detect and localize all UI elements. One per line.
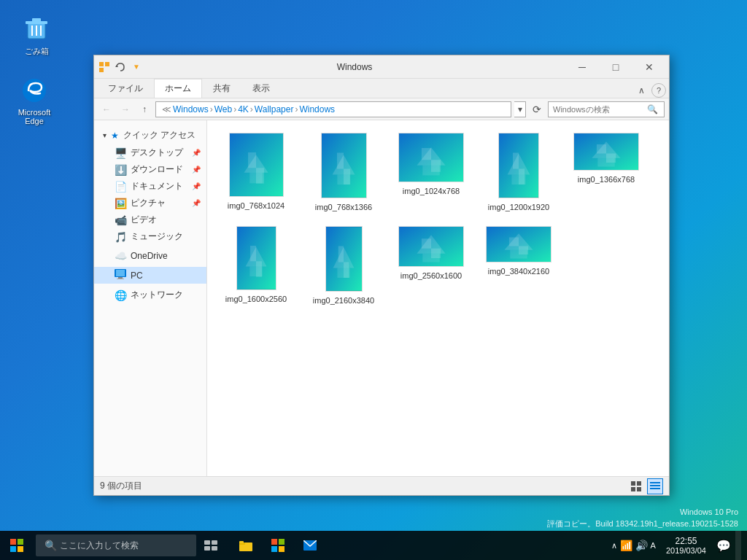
pin-to-quick-access-icon[interactable]: ▼ (129, 60, 144, 74)
speaker-tray-icon[interactable]: 🔊 (635, 540, 648, 551)
details-view-button[interactable] (647, 478, 663, 494)
show-desktop-button[interactable] (735, 531, 741, 560)
path-web[interactable]: Web (214, 104, 232, 114)
taskbar-app-icons (231, 531, 325, 560)
help-button[interactable]: ? (651, 83, 666, 98)
taskbar-tray: ∧ 📶 🔊 A 22:55 2019/03/04 💬 (611, 531, 747, 560)
svg-rect-51 (271, 539, 277, 545)
file-item-7[interactable]: img0_2160x3840 (303, 222, 384, 308)
svg-rect-32 (510, 250, 527, 259)
path-windows[interactable]: Windows (173, 104, 209, 114)
svg-rect-15 (230, 133, 283, 196)
file-label-3: img0_1024x768 (403, 187, 460, 195)
file-thumbnail-3 (398, 133, 464, 182)
sidebar-item-desktop[interactable]: 🖥️ デスクトップ 📌 (94, 144, 206, 161)
svg-rect-17 (322, 133, 366, 197)
file-item-2[interactable]: img0_768x1366 (303, 129, 384, 215)
file-thumbnail-6 (236, 226, 276, 290)
maximize-button[interactable]: □ (599, 55, 632, 79)
file-item-8[interactable]: img0_2560x1600 (391, 222, 471, 308)
svg-rect-12 (116, 270, 125, 276)
tab-share[interactable]: 共有 (202, 79, 241, 98)
taskbar-search[interactable]: 🔍 ここに入力して検索 (36, 534, 196, 556)
tab-file[interactable]: ファイル (97, 79, 154, 98)
explorer-window: ▼ Windows ─ □ ✕ ファイル ホーム 共有 表示 ∧ ? ← → ↑ (93, 55, 670, 496)
svg-rect-14 (117, 279, 124, 279)
file-label-2: img0_768x1366 (315, 203, 372, 211)
file-item-5[interactable]: img0_1366x768 (566, 129, 646, 215)
minimize-button[interactable]: ─ (565, 55, 599, 79)
taskbar-mail-button[interactable] (295, 531, 325, 560)
search-icon[interactable]: 🔍 (646, 101, 659, 117)
svg-rect-45 (212, 540, 217, 545)
documents-sidebar-icon: 📄 (115, 181, 126, 192)
network-tray-icon[interactable]: 📶 (620, 540, 632, 551)
file-label-1: img0_768x1024 (228, 201, 285, 210)
language-tray-icon[interactable]: A (651, 541, 656, 550)
tab-view[interactable]: 表示 (241, 79, 281, 98)
svg-rect-44 (204, 540, 210, 545)
downloads-sidebar-icon: ⬇️ (115, 164, 126, 176)
desktop-icon-recycle-bin[interactable]: ごみ箱 (11, 11, 62, 60)
path-4k[interactable]: 4K (238, 104, 249, 114)
forward-button[interactable]: → (117, 101, 133, 117)
search-input[interactable] (553, 105, 646, 114)
up-button[interactable]: ↑ (136, 101, 152, 117)
sidebar-item-onedrive[interactable]: ☁️ OneDrive (94, 248, 206, 264)
address-path[interactable]: ≪ Windows › Web › 4K › Wallpaper › Windo… (155, 101, 511, 117)
sidebar-item-music[interactable]: 🎵 ミュージック (94, 228, 206, 245)
address-bar: ← → ↑ ≪ Windows › Web › 4K › Wallpaper ›… (94, 98, 669, 120)
music-sidebar-icon: 🎵 (115, 231, 126, 243)
desktop-icon-edge[interactable]: Microsoft Edge (9, 73, 60, 128)
address-dropdown-button[interactable]: ▾ (514, 101, 526, 117)
sidebar-item-network[interactable]: 🌐 ネットワーク (94, 287, 206, 303)
path-current[interactable]: Windows (299, 104, 335, 114)
taskbar-clock[interactable]: 22:55 2019/03/04 (660, 536, 712, 555)
clock-date: 2019/03/04 (666, 546, 706, 555)
search-box[interactable]: 🔍 (548, 101, 665, 117)
title-bar: ▼ Windows ─ □ ✕ (94, 55, 669, 79)
file-item-4[interactable]: img0_1200x1920 (479, 129, 559, 215)
expand-tray-button[interactable]: ∧ (611, 541, 617, 551)
taskbar-file-explorer-button[interactable] (231, 531, 260, 560)
sidebar-item-videos[interactable]: 📹 ビデオ (94, 211, 206, 228)
sidebar-item-pictures[interactable]: 🖼️ ピクチャ 📌 (94, 195, 206, 211)
file-label-4: img0_1200x1920 (488, 203, 549, 211)
notification-button[interactable]: 💬 (716, 539, 731, 553)
file-item-9[interactable]: img0_3840x2160 (479, 222, 559, 308)
clock-time: 22:55 (675, 536, 697, 546)
file-item-1[interactable]: img0_768x1024 (216, 129, 296, 215)
pc-sidebar-icon (115, 269, 126, 281)
path-wallpaper[interactable]: Wallpaper (255, 104, 294, 114)
quick-access-header[interactable]: ▾ ★ クイック アクセス (94, 126, 206, 144)
undo-icon[interactable] (113, 60, 128, 74)
sidebar-item-pc[interactable]: PC (94, 267, 206, 284)
sidebar-item-downloads[interactable]: ⬇️ ダウンロード 📌 (94, 161, 206, 178)
pc-section: PC (94, 267, 206, 284)
svg-rect-24 (597, 158, 614, 167)
svg-rect-42 (10, 546, 16, 552)
large-icons-view-button[interactable] (628, 478, 644, 494)
svg-rect-13 (118, 277, 123, 279)
file-thumbnail-1 (229, 133, 284, 197)
back-button[interactable]: ← (98, 101, 115, 117)
close-button[interactable]: ✕ (632, 55, 666, 79)
start-button[interactable] (0, 531, 33, 560)
task-view-button[interactable] (196, 531, 225, 560)
tab-home[interactable]: ホーム (154, 79, 202, 98)
file-item-6[interactable]: img0_1600x2560 (216, 222, 296, 308)
pin-icon: 📌 (192, 149, 201, 157)
taskbar-store-button[interactable] (263, 531, 293, 560)
sidebar-item-documents[interactable]: 📄 ドキュメント 📌 (94, 178, 206, 195)
quick-access-icon[interactable] (97, 60, 112, 74)
svg-rect-7 (99, 62, 104, 66)
svg-rect-53 (271, 546, 277, 552)
file-item-3[interactable]: img0_1024x768 (391, 129, 471, 215)
file-thumbnail-8 (398, 226, 464, 267)
file-thumbnail-5 (573, 133, 639, 171)
win-info-line1: Windows 10 Pro (547, 507, 738, 518)
ribbon-collapse-button[interactable]: ∧ (634, 83, 649, 98)
desktop-sidebar-icon: 🖥️ (115, 147, 126, 159)
status-bar: 9 個の項目 (94, 476, 669, 495)
refresh-button[interactable]: ⟳ (529, 101, 545, 117)
